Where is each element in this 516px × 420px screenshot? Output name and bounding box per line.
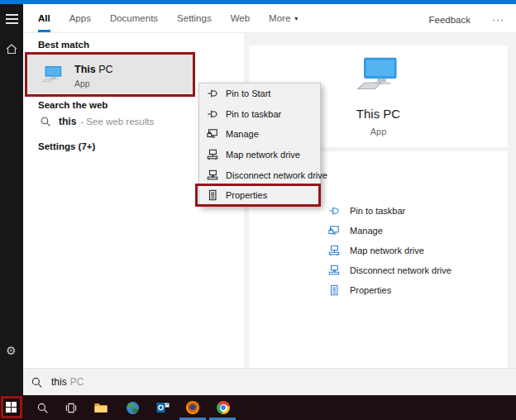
- best-match-result-this-pc[interactable]: This PC App: [27, 55, 193, 94]
- preview-action-list: Pin to taskbar Manage Ma: [328, 201, 452, 300]
- search-the-web-header: Search the web: [38, 100, 108, 110]
- tab-settings[interactable]: Settings: [177, 4, 212, 32]
- menu-item-label: Manage: [226, 129, 259, 139]
- pin-icon: [207, 88, 218, 99]
- menu-item-manage[interactable]: Manage: [199, 124, 320, 145]
- feedback-button[interactable]: Feedback: [428, 4, 471, 32]
- menu-item-disconnect-network-drive[interactable]: Disconnect network drive: [199, 165, 320, 185]
- chrome-icon[interactable]: [217, 401, 230, 414]
- map-network-drive-icon: [328, 245, 340, 256]
- search-icon: [40, 116, 51, 127]
- disconnect-network-drive-icon: [328, 265, 340, 276]
- search-typed-text: this: [51, 376, 67, 388]
- search-left-rail: ⚙: [0, 4, 23, 395]
- tab-more-label: More: [269, 13, 290, 23]
- this-pc-context-menu: Pin to Start Pin to taskbar Manage: [198, 83, 321, 207]
- properties-icon: [328, 284, 340, 296]
- tab-apps[interactable]: Apps: [69, 4, 91, 32]
- web-search-result[interactable]: this - See web results: [40, 116, 154, 127]
- hamburger-menu-icon[interactable]: [6, 14, 18, 26]
- search-filter-tabs: All Apps Documents Settings Web More ▾ F…: [23, 4, 516, 33]
- home-icon[interactable]: [5, 42, 18, 55]
- preview-action-label: Manage: [350, 226, 383, 236]
- best-match-header: Best match: [38, 40, 89, 50]
- pin-icon: [328, 205, 340, 217]
- tab-documents[interactable]: Documents: [110, 4, 158, 32]
- overflow-menu-button[interactable]: ···: [492, 4, 504, 32]
- windows-search-flyout: ⚙ All Apps Documents Settings Web More ▾…: [0, 0, 516, 420]
- best-match-subtitle: App: [74, 79, 113, 88]
- web-query-text: this: [59, 116, 76, 127]
- menu-item-map-network-drive[interactable]: Map network drive: [199, 145, 320, 165]
- taskbar-search-icon[interactable]: [36, 401, 49, 414]
- preview-action-label: Pin to taskbar: [350, 206, 405, 216]
- menu-item-pin-to-start[interactable]: Pin to Start: [199, 84, 320, 104]
- manage-icon: [207, 128, 218, 140]
- search-suggestion-text: PC: [70, 376, 84, 388]
- menu-item-label: Properties: [226, 190, 267, 200]
- taskbar-search-input[interactable]: this PC: [23, 368, 516, 395]
- globe-icon[interactable]: [126, 401, 139, 414]
- search-icon: [31, 376, 43, 389]
- annotation-box-best-match: This PC App: [25, 52, 195, 97]
- pin-icon: [207, 108, 218, 120]
- tab-all[interactable]: All: [38, 4, 50, 32]
- this-pc-large-icon: [356, 55, 401, 93]
- menu-item-pin-to-taskbar[interactable]: Pin to taskbar: [199, 104, 320, 125]
- preview-action-map-network-drive[interactable]: Map network drive: [328, 241, 452, 260]
- map-network-drive-icon: [207, 149, 218, 160]
- menu-item-properties[interactable]: Properties: [199, 185, 320, 206]
- preview-action-disconnect-network-drive[interactable]: Disconnect network drive: [328, 260, 452, 280]
- tab-more[interactable]: More ▾: [269, 4, 298, 32]
- menu-item-label: Pin to Start: [226, 88, 270, 98]
- taskbar: [0, 395, 516, 420]
- menu-item-label: Map network drive: [226, 150, 300, 160]
- tab-web[interactable]: Web: [231, 4, 250, 32]
- best-match-title: This PC: [74, 64, 113, 75]
- best-match-title-bold: This: [74, 64, 96, 75]
- menu-item-label: Pin to taskbar: [226, 109, 281, 119]
- web-results-hint: - See web results: [80, 117, 154, 126]
- menu-item-label: Disconnect network drive: [226, 170, 327, 180]
- settings-group-header: Settings (7+): [38, 141, 95, 151]
- firefox-icon[interactable]: [186, 401, 199, 414]
- gear-icon[interactable]: ⚙: [6, 345, 17, 356]
- preview-action-label: Properties: [350, 285, 391, 295]
- best-match-title-rest: PC: [96, 64, 113, 75]
- manage-icon: [328, 225, 340, 236]
- task-view-icon[interactable]: [64, 401, 78, 414]
- preview-action-properties[interactable]: Properties: [328, 280, 452, 300]
- properties-icon: [207, 189, 218, 201]
- disconnect-network-drive-icon: [207, 169, 218, 181]
- best-match-text: This PC App: [74, 61, 113, 88]
- outlook-icon[interactable]: [156, 401, 170, 414]
- preview-action-pin-to-taskbar[interactable]: Pin to taskbar: [328, 201, 452, 221]
- preview-action-manage[interactable]: Manage: [328, 221, 452, 241]
- preview-action-label: Map network drive: [350, 246, 424, 255]
- preview-action-label: Disconnect network drive: [350, 265, 452, 275]
- chevron-down-icon: ▾: [294, 15, 298, 22]
- this-pc-icon: [41, 65, 64, 84]
- file-explorer-icon[interactable]: [94, 401, 108, 414]
- annotation-box-start-button: [1, 396, 22, 418]
